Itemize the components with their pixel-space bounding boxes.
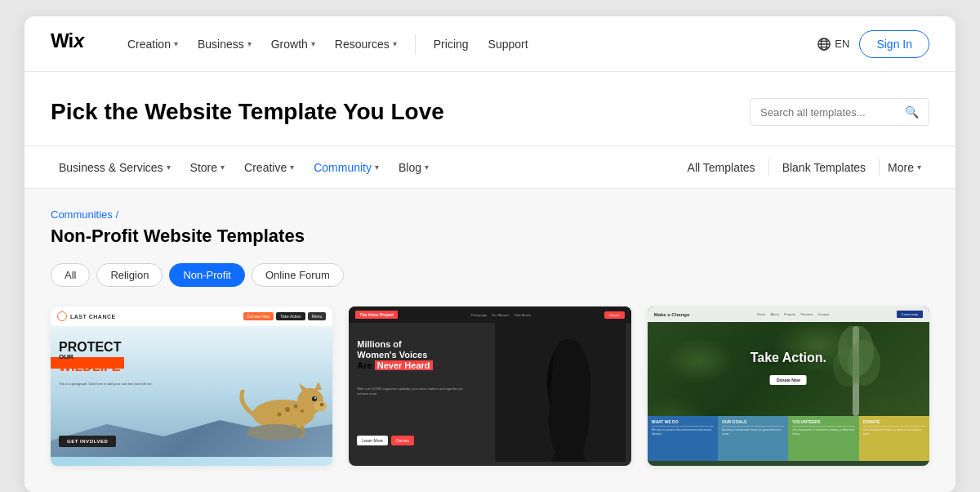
nav-business[interactable]: Business ▾ xyxy=(189,33,260,56)
template-preview-take-action: Make a Change Home About Projects Partne… xyxy=(648,306,929,466)
card3-headline-text: Take Action. xyxy=(751,351,826,365)
page-title: Non-Profit Website Templates xyxy=(51,226,929,247)
templates-grid: LAST CHANCE Donate Now Take Action Menu … xyxy=(51,306,929,466)
section-text-4: Your contribution helps us achieve our m… xyxy=(863,428,925,436)
filter-religion[interactable]: Religion xyxy=(96,263,163,287)
hero-section: Pick the Website Template You Love 🔍 xyxy=(24,72,956,146)
page-main-title: Pick the Website Template You Love xyxy=(51,99,444,125)
more-dropdown[interactable]: More ▾ xyxy=(880,156,929,179)
card3-cta-button: Donate Now xyxy=(770,375,807,385)
card1-btn-donate: Donate Now xyxy=(243,312,274,320)
search-input[interactable] xyxy=(760,106,898,119)
svg-point-9 xyxy=(314,401,327,411)
card1-body: PROTECT OUR WILDLIFE This is a paragraph… xyxy=(51,326,332,457)
svg-point-15 xyxy=(285,407,290,412)
nav-creation[interactable]: Creation ▾ xyxy=(119,33,186,56)
nav-pricing[interactable]: Pricing xyxy=(425,33,477,56)
section-title-2: OUR GOALS xyxy=(722,419,784,424)
red-highlight: Never Heard xyxy=(375,360,433,370)
search-icon: 🔍 xyxy=(905,105,919,119)
nav-growth[interactable]: Growth ▾ xyxy=(263,33,323,56)
section-text-1: We work to protect the environment and n… xyxy=(652,428,714,436)
cat-right-actions: All Templates Blank Templates More ▾ xyxy=(675,156,929,179)
card1-logo: LAST CHANCE xyxy=(57,311,116,321)
svg-point-13 xyxy=(314,397,316,399)
cat-creative[interactable]: Creative ▾ xyxy=(236,156,302,179)
language-selector[interactable]: EN xyxy=(817,37,849,51)
grid-line xyxy=(792,426,854,427)
chevron-down-icon: ▾ xyxy=(393,39,397,48)
section-title-4: DONATE xyxy=(863,419,925,424)
card3-header: Make a Change Home About Projects Partne… xyxy=(648,306,929,322)
card1-wildlife-text: WILDLIFE xyxy=(59,360,121,373)
svg-text:Wi: Wi xyxy=(51,29,73,51)
card3-section-1: WHAT WE DO We work to protect the enviro… xyxy=(648,416,718,461)
svg-point-17 xyxy=(278,413,282,417)
card2-donate-btn: Donate xyxy=(604,311,625,319)
section-text-2: Building a sustainable future for genera… xyxy=(722,428,784,436)
card1-cta-button: GET INVOLVED xyxy=(59,436,116,447)
sign-in-button[interactable]: Sign In xyxy=(859,30,929,58)
card2-action-buttons: Learn More Donate xyxy=(357,436,414,445)
filter-pills: All Religion Non-Profit Online Forum xyxy=(51,263,929,287)
logo-dot xyxy=(57,311,67,321)
main-nav: Creation ▾ Business ▾ Growth ▾ Resources… xyxy=(119,33,817,56)
header: Wi x Creation ▾ Business ▾ Growth ▾ Reso… xyxy=(24,16,956,72)
cat-blog[interactable]: Blog ▾ xyxy=(390,156,437,179)
template-card-wildlife[interactable]: LAST CHANCE Donate Now Take Action Menu … xyxy=(51,306,332,466)
headline-line3: Are Never Heard xyxy=(357,360,432,371)
card3-body: Take Action. Donate Now WHAT WE DO We wo… xyxy=(648,322,929,461)
nav-resources[interactable]: Resources ▾ xyxy=(327,33,405,56)
blank-templates-link[interactable]: Blank Templates xyxy=(769,156,879,179)
chevron-down-icon: ▾ xyxy=(375,163,379,172)
card1-body-text: This is a paragraph. Click here to add y… xyxy=(59,382,153,387)
card1-logo-text: LAST CHANCE xyxy=(70,314,116,320)
all-templates-link[interactable]: All Templates xyxy=(675,156,768,179)
wix-logo[interactable]: Wi x xyxy=(51,29,93,58)
card3-section-2: OUR GOALS Building a sustainable future … xyxy=(718,416,788,461)
svg-point-18 xyxy=(301,409,304,413)
section-text-3: Join thousands of volunteers making a di… xyxy=(792,428,854,436)
card1-headline: PROTECT OUR WILDLIFE xyxy=(59,341,121,373)
card3-logo: Make a Change xyxy=(654,312,690,317)
breadcrumb-separator: / xyxy=(115,208,118,221)
section-title-1: WHAT WE DO xyxy=(652,419,714,424)
chevron-down-icon: ▾ xyxy=(917,163,921,172)
nav-support[interactable]: Support xyxy=(480,33,537,56)
card1-protect-text: PROTECT xyxy=(59,341,121,354)
svg-marker-11 xyxy=(314,382,322,390)
svg-point-14 xyxy=(320,403,324,406)
card3-nav: Home About Projects Partners Contact xyxy=(757,312,830,316)
template-card-take-action[interactable]: Make a Change Home About Projects Partne… xyxy=(648,306,929,466)
card2-logo: The Voice Project xyxy=(355,311,398,319)
template-preview-women: The Voice Project Homepage Our Mission T… xyxy=(349,306,630,466)
breadcrumb-parent[interactable]: Communities xyxy=(51,208,113,221)
card2-learn-more: Learn More xyxy=(357,436,388,445)
svg-text:x: x xyxy=(72,29,86,51)
card3-headline: Take Action. xyxy=(648,351,929,365)
filter-nonprofit[interactable]: Non-Profit xyxy=(169,263,245,287)
search-bar[interactable]: 🔍 xyxy=(750,98,929,126)
language-label: EN xyxy=(835,38,849,50)
logo-text: Wi x xyxy=(51,29,93,58)
content-area: Communities / Non-Profit Website Templat… xyxy=(24,189,956,492)
cat-community[interactable]: Community ▾ xyxy=(305,156,387,179)
template-card-women-voices[interactable]: The Voice Project Homepage Our Mission T… xyxy=(349,306,630,466)
cat-store[interactable]: Store ▾ xyxy=(182,156,233,179)
card1-header: LAST CHANCE Donate Now Take Action Menu xyxy=(51,306,332,326)
svg-point-23 xyxy=(247,424,304,441)
cat-business-services[interactable]: Business & Services ▾ xyxy=(51,156,179,179)
header-right: EN Sign In xyxy=(817,30,929,58)
svg-point-12 xyxy=(312,396,317,401)
filter-all[interactable]: All xyxy=(51,263,90,287)
card2-subtext: With over 50,000 supporters globally, yo… xyxy=(357,387,471,396)
cheetah-illustration xyxy=(230,367,332,441)
svg-point-16 xyxy=(294,405,298,409)
person-silhouette xyxy=(490,323,631,462)
template-preview-wildlife: LAST CHANCE Donate Now Take Action Menu … xyxy=(51,306,332,466)
card2-nav: Homepage Our Mission Take Action xyxy=(471,313,531,317)
globe-icon xyxy=(817,37,831,51)
filter-online-forum[interactable]: Online Forum xyxy=(252,263,344,287)
section-title-3: VOLUNTEERS xyxy=(792,419,854,424)
chevron-down-icon: ▾ xyxy=(174,39,178,48)
